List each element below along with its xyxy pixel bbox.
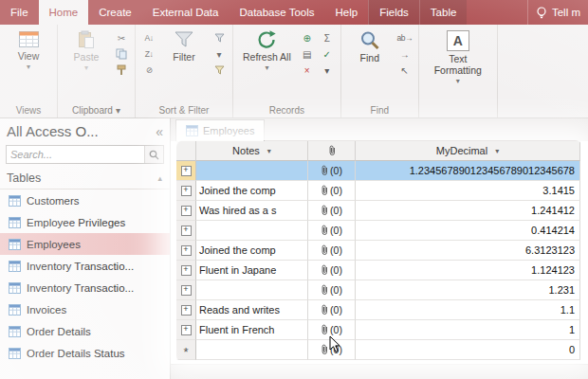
ribbon-tab-file[interactable]: File [0, 0, 39, 25]
replace-icon[interactable]: ab→ [396, 30, 413, 45]
totals-icon[interactable]: Σ [319, 30, 336, 45]
record-selector[interactable]: + [176, 241, 196, 261]
expand-subdatasheet-icon[interactable]: + [181, 245, 192, 256]
mydecimal-cell[interactable]: 0 [356, 340, 580, 360]
attachments-cell[interactable]: (0) [308, 161, 356, 181]
selection-filter-icon[interactable] [211, 30, 228, 45]
record-selector[interactable]: + [176, 261, 196, 280]
ribbon-tab-fields[interactable]: Fields [368, 0, 419, 25]
horizontal-scrollbar[interactable] [171, 364, 588, 379]
refresh-all-button[interactable]: Refresh All ▾ [238, 28, 296, 74]
expand-subdatasheet-icon[interactable]: + [181, 186, 192, 196]
attachments-cell[interactable]: (0) [308, 300, 356, 320]
table-row[interactable]: +(0)1.234567890123456789012345678 [176, 161, 580, 181]
clipboard-dialog-launcher[interactable]: ▾ [116, 105, 120, 116]
spelling-icon[interactable]: ✓ [319, 46, 336, 62]
remove-sort-icon[interactable]: ⊘ [140, 63, 157, 78]
cut-icon[interactable]: ✂ [113, 30, 130, 45]
new-record-selector[interactable]: * [176, 340, 196, 360]
notes-cell[interactable]: Fluent in Japane [196, 261, 308, 280]
ribbon-tab-home[interactable]: Home [39, 0, 89, 25]
attachments-cell[interactable]: (0) [308, 221, 356, 241]
nav-section-tables[interactable]: Tables ▴ [0, 168, 170, 190]
record-selector[interactable]: + [176, 280, 196, 300]
text-formatting-button[interactable]: A Text Formatting ▾ [424, 28, 492, 87]
attachments-cell[interactable]: (0) [308, 181, 356, 201]
column-header-mydecimal[interactable]: MyDecimal ▾ [356, 141, 580, 161]
table-row[interactable]: +Fluent in Japane(0)1.124123 [176, 261, 580, 280]
goto-icon[interactable]: → [396, 46, 413, 62]
record-selector[interactable]: + [176, 201, 196, 221]
notes-cell[interactable]: Joined the comp [196, 241, 308, 261]
mydecimal-cell[interactable]: 6.3123123 [356, 241, 580, 261]
record-selector[interactable]: + [176, 221, 196, 241]
expand-subdatasheet-icon[interactable]: + [181, 206, 192, 216]
ribbon-tab-table[interactable]: Table [419, 0, 468, 25]
view-button[interactable]: View ▾ [5, 28, 52, 73]
table-row[interactable]: +Reads and writes(0)1.1 [176, 300, 580, 320]
save-record-icon[interactable]: ▤ [299, 46, 316, 62]
table-row[interactable]: +(0)0.414214 [176, 221, 580, 241]
ribbon-tab-database-tools[interactable]: Database Tools [229, 0, 324, 25]
table-row[interactable]: +Was hired as a s(0)1.241412 [176, 201, 580, 221]
mydecimal-cell[interactable]: 1.234567890123456789012345678 [356, 161, 580, 181]
mydecimal-cell[interactable]: 1.231 [356, 280, 580, 300]
delete-record-icon[interactable]: × [299, 63, 316, 78]
filter-button[interactable]: Filter [160, 28, 208, 64]
shutter-bar-icon[interactable]: « [156, 124, 163, 139]
sidebar-item-employee-privileges[interactable]: Employee Privileges [0, 211, 170, 233]
attachments-cell[interactable]: (0) [308, 340, 356, 360]
sidebar-item-inventory-transactio-[interactable]: Inventory Transactio... [0, 255, 170, 277]
column-header-notes[interactable]: Notes ▾ [196, 141, 308, 161]
expand-subdatasheet-icon[interactable]: + [181, 325, 192, 335]
search-input[interactable] [7, 146, 144, 163]
expand-subdatasheet-icon[interactable]: + [181, 305, 192, 316]
attachments-cell[interactable]: (0) [308, 280, 356, 300]
sidebar-item-customers[interactable]: Customers [0, 190, 170, 211]
expand-subdatasheet-icon[interactable]: + [181, 285, 192, 296]
mydecimal-cell[interactable]: 1.124123 [356, 261, 580, 280]
attachments-cell[interactable]: (0) [308, 261, 356, 280]
sidebar-item-inventory-transactio-[interactable]: Inventory Transactio... [0, 277, 170, 298]
sidebar-item-order-details[interactable]: Order Details [0, 320, 170, 342]
record-selector[interactable]: + [176, 300, 196, 320]
advanced-filter-icon[interactable]: ▾ [211, 46, 228, 62]
sidebar-item-invoices[interactable]: Invoices [0, 298, 170, 320]
attachments-cell[interactable]: (0) [308, 201, 356, 221]
notes-cell[interactable] [196, 161, 308, 181]
ribbon-tab-external-data[interactable]: External Data [142, 0, 230, 25]
nav-pane-header[interactable]: All Access O... « [0, 118, 170, 144]
notes-cell[interactable]: Fluent in French [196, 320, 308, 340]
format-painter-icon[interactable] [113, 63, 130, 78]
copy-icon[interactable] [113, 46, 130, 62]
sort-descending-icon[interactable]: Z↓ [140, 46, 157, 62]
table-row[interactable]: +(0)1.231 [176, 280, 580, 300]
notes-cell[interactable]: Reads and writes [196, 300, 308, 320]
expand-subdatasheet-icon[interactable]: + [181, 226, 192, 236]
mydecimal-cell[interactable]: 1.241412 [356, 201, 580, 221]
column-dropdown-icon[interactable]: ▾ [495, 147, 499, 155]
find-button[interactable]: Find [346, 28, 394, 65]
expand-subdatasheet-icon[interactable]: + [181, 265, 192, 276]
record-selector[interactable]: + [176, 320, 196, 340]
mydecimal-cell[interactable]: 1.1 [356, 300, 580, 320]
tell-me-button[interactable]: Tell m [527, 0, 588, 25]
new-record-icon[interactable]: ⊕ [299, 30, 316, 45]
notes-cell[interactable] [196, 280, 308, 300]
sort-ascending-icon[interactable]: A↓ [140, 30, 157, 45]
column-header-attachments[interactable] [308, 141, 356, 161]
notes-cell[interactable]: Joined the comp [196, 181, 308, 201]
ribbon-tab-create[interactable]: Create [88, 0, 142, 25]
notes-cell[interactable]: Was hired as a s [196, 201, 308, 221]
search-button[interactable] [144, 146, 163, 163]
notes-cell[interactable] [196, 340, 308, 360]
record-selector[interactable]: + [176, 181, 196, 201]
table-row[interactable]: +Joined the comp(0)6.3123123 [176, 241, 580, 261]
more-records-icon[interactable]: ▾ [319, 63, 336, 78]
sidebar-item-employees[interactable]: Employees [0, 233, 170, 255]
mydecimal-cell[interactable]: 3.1415 [356, 181, 580, 201]
mydecimal-cell[interactable]: 1 [356, 320, 580, 340]
notes-cell[interactable] [196, 221, 308, 241]
sidebar-item-order-details-status[interactable]: Order Details Status [0, 342, 170, 364]
column-dropdown-icon[interactable]: ▾ [267, 147, 271, 155]
